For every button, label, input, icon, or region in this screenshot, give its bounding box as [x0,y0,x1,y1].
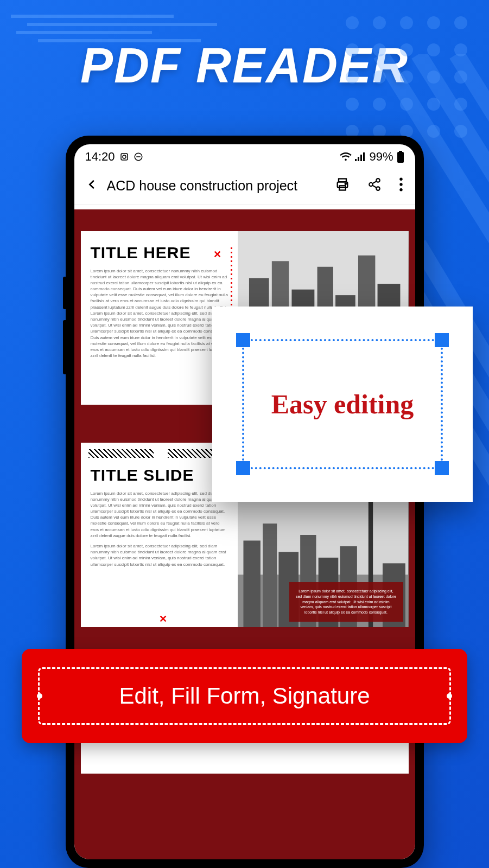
slide-body-text: Lorem ipsum dolor sit amet, consectetuer… [91,268,228,359]
signal-icon [355,152,366,161]
svg-rect-8 [397,152,404,163]
edit-annotation-text[interactable]: Easy editing [271,388,414,420]
svg-rect-0 [121,154,128,160]
banner-dot-icon [37,693,42,699]
svg-rect-6 [363,152,365,161]
bg-decoration-lines [11,11,228,43]
slide-title: TITLE HERE [91,244,228,261]
status-time: 14:20 [85,150,115,164]
banner-text: Edit, Fill Form, Signature [119,683,370,709]
svg-rect-7 [399,151,402,152]
clock-icon [119,152,129,162]
svg-rect-4 [358,157,359,161]
resize-handle[interactable] [435,461,449,475]
svg-rect-5 [360,155,362,161]
feature-banner: Edit, Fill Form, Signature [22,649,467,743]
svg-point-18 [399,188,402,191]
edit-annotation-card: Easy editing [212,307,473,502]
resize-handle[interactable] [435,333,449,347]
app-top-bar: ACD house construction project [74,167,415,205]
svg-point-1 [123,155,126,158]
wifi-icon [340,152,352,162]
slide-body-text: Lorem ipsum dolor sit amet, consectetuer… [91,543,228,567]
resize-handle[interactable] [236,461,250,475]
status-bar: 14:20 99% [74,144,415,167]
svg-rect-3 [355,159,357,161]
banner-dot-icon [447,693,452,699]
slide-title: TITLE SLIDE [91,467,228,484]
phone-frame: 14:20 99% [66,136,424,868]
svg-point-17 [399,183,402,186]
x-icon: ✕ [159,613,167,625]
phone-screen: 14:20 99% [74,144,415,859]
svg-point-15 [376,187,380,190]
svg-rect-34 [263,524,277,627]
status-battery-text: 99% [369,150,393,164]
hatch-decoration [88,449,154,458]
svg-point-12 [345,183,346,184]
battery-icon [397,151,404,163]
svg-rect-33 [244,540,261,627]
back-button[interactable] [84,176,100,195]
svg-point-13 [376,178,380,182]
more-button[interactable] [397,175,405,196]
dnd-icon [134,152,143,162]
share-button[interactable] [365,175,384,196]
print-button[interactable] [333,175,352,196]
slide-body-text: Lorem ipsum dolor sit amet, consectetuer… [91,490,228,539]
slide-overlay-text: Lorem ipsum dolor sit amet, consectetuer… [289,582,403,622]
svg-point-14 [369,183,373,187]
text-selection-box[interactable]: Easy editing [242,339,443,469]
document-title: ACD house construction project [107,178,326,194]
x-icon: ✕ [213,248,221,260]
svg-point-16 [399,178,402,181]
resize-handle[interactable] [236,333,250,347]
